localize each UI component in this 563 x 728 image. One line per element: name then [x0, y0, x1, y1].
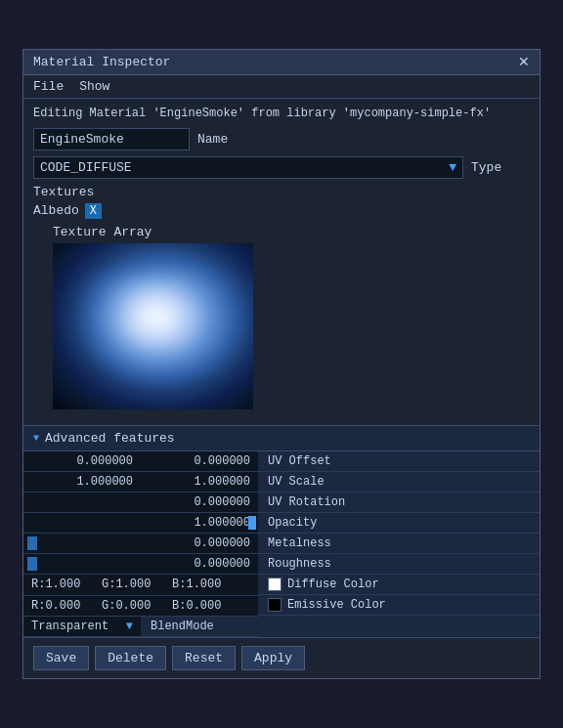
- bottom-buttons: Save Delete Reset Apply: [23, 637, 540, 678]
- name-input[interactable]: [33, 128, 190, 150]
- metalness-blue-bar: [27, 536, 37, 550]
- diffuse-color-label: Diffuse Color: [258, 575, 540, 595]
- name-label: Name: [197, 132, 228, 147]
- type-dropdown-arrow: ▼: [449, 160, 456, 175]
- file-menu[interactable]: File: [33, 79, 64, 94]
- name-field-row: Name: [33, 128, 530, 150]
- textures-label: Textures: [33, 185, 530, 199]
- uv-scale-label: UV Scale: [258, 471, 540, 492]
- texture-preview: [53, 243, 253, 409]
- metalness-label: Metalness: [258, 533, 540, 553]
- textures-section: Textures Albedo X Texture Array: [33, 185, 530, 409]
- type-dropdown[interactable]: CODE_DIFFUSE ▼: [33, 156, 463, 179]
- emissive-color-label: Emissive Color: [258, 595, 540, 616]
- emissive-color-row: R:0.000 G:0.000 B:0.000 Emissive Color: [23, 595, 540, 616]
- opacity-val1: [23, 512, 141, 533]
- uv-rotation-val2[interactable]: 0.000000: [141, 492, 258, 512]
- opacity-indicator: [248, 516, 256, 530]
- diffuse-color-swatch: [268, 578, 282, 591]
- uv-scale-row: 1.000000 1.000000 UV Scale: [23, 471, 540, 492]
- albedo-label: Albedo: [33, 203, 79, 218]
- blendmode-dropdown-cell[interactable]: Transparent ▼: [23, 617, 141, 637]
- title-bar: Material Inspector ✕: [23, 50, 540, 75]
- advanced-header[interactable]: ▼ Advanced features: [23, 426, 540, 451]
- uv-offset-label: UV Offset: [258, 451, 540, 472]
- roughness-label: Roughness: [258, 554, 540, 575]
- blendmode-row: Transparent ▼ BlendMode: [23, 616, 540, 637]
- diffuse-color-text: Diffuse Color: [287, 578, 379, 591]
- metalness-row: 0.000000 Metalness: [23, 533, 540, 553]
- close-button[interactable]: ✕: [518, 55, 530, 68]
- blendmode-arrow-icon: ▼: [126, 620, 133, 633]
- diffuse-color-values[interactable]: R:1.000 G:1.000 B:1.000: [23, 575, 258, 596]
- emissive-color-values[interactable]: R:0.000 G:0.000 B:0.000: [23, 595, 258, 616]
- properties-table: 0.000000 0.000000 UV Offset 1.000000 1.0…: [23, 451, 540, 637]
- texture-array-label: Texture Array: [53, 225, 530, 239]
- metalness-val2[interactable]: 0.000000: [141, 533, 258, 553]
- show-menu[interactable]: Show: [79, 79, 109, 94]
- apply-button[interactable]: Apply: [241, 646, 305, 670]
- metalness-val1: [23, 533, 141, 553]
- advanced-arrow-icon: ▼: [33, 433, 39, 444]
- blendmode-value: Transparent: [31, 620, 108, 633]
- albedo-x-badge[interactable]: X: [85, 203, 102, 219]
- window-title: Material Inspector: [33, 55, 170, 69]
- uv-scale-val1[interactable]: 1.000000: [23, 471, 141, 492]
- diffuse-color-row: R:1.000 G:1.000 B:1.000 Diffuse Color: [23, 575, 540, 596]
- blendmode-label: BlendMode: [141, 616, 258, 637]
- emissive-color-text: Emissive Color: [287, 598, 386, 612]
- roughness-val2[interactable]: 0.000000: [141, 554, 258, 575]
- opacity-row: 1.000000 Opacity: [23, 512, 540, 533]
- uv-rotation-label: UV Rotation: [258, 492, 540, 512]
- advanced-title: Advanced features: [45, 431, 175, 446]
- uv-offset-val2[interactable]: 0.000000: [141, 451, 258, 472]
- save-button[interactable]: Save: [33, 646, 89, 670]
- delete-button[interactable]: Delete: [95, 646, 166, 670]
- uv-offset-val1[interactable]: 0.000000: [23, 451, 141, 472]
- reset-button[interactable]: Reset: [172, 646, 236, 670]
- material-inspector-window: Material Inspector ✕ File Show Editing M…: [22, 49, 541, 679]
- type-field-row: CODE_DIFFUSE ▼ Type: [33, 156, 530, 179]
- uv-rotation-row: 0.000000 UV Rotation: [23, 492, 540, 512]
- uv-scale-val2[interactable]: 1.000000: [141, 471, 258, 492]
- opacity-val2[interactable]: 1.000000: [141, 512, 258, 533]
- menu-bar: File Show: [23, 75, 540, 99]
- roughness-val1: [23, 554, 141, 575]
- advanced-section: ▼ Advanced features 0.000000 0.000000 UV…: [23, 425, 540, 637]
- roughness-row: 0.000000 Roughness: [23, 554, 540, 575]
- roughness-blue-bar: [27, 557, 37, 571]
- content-area: Editing Material 'EngineSmoke' from libr…: [23, 99, 540, 425]
- emissive-color-swatch: [268, 598, 282, 612]
- editing-info: Editing Material 'EngineSmoke' from libr…: [33, 107, 530, 120]
- type-value: CODE_DIFFUSE: [40, 160, 132, 175]
- uv-rotation-val1: [23, 492, 141, 512]
- type-label: Type: [471, 160, 530, 175]
- uv-offset-row: 0.000000 0.000000 UV Offset: [23, 451, 540, 472]
- albedo-row: Albedo X: [33, 203, 530, 219]
- opacity-label: Opacity: [258, 512, 540, 533]
